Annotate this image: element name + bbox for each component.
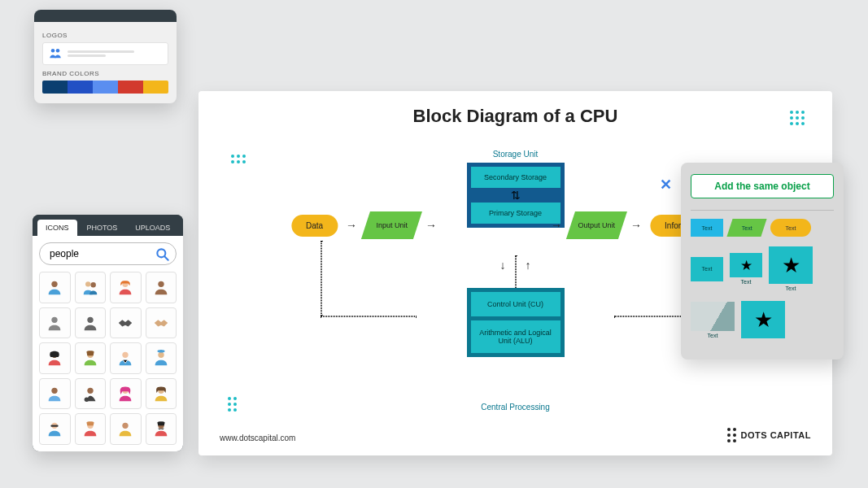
shape-square[interactable]: Text <box>691 257 723 281</box>
brand-heading: BRAND COLORS <box>42 70 168 77</box>
svg-point-15 <box>157 350 164 353</box>
data-block[interactable]: Data <box>291 215 338 237</box>
swatch[interactable] <box>93 81 118 94</box>
dotted-line <box>515 255 517 290</box>
cu-block[interactable]: Control Unit (CU) <box>471 292 560 316</box>
input-block[interactable]: Input Unit <box>361 211 422 239</box>
cpu-label: Central Processing <box>481 403 549 412</box>
svg-line-3 <box>165 257 168 260</box>
shape-pill[interactable]: Text <box>770 219 811 237</box>
people-icon <box>48 46 63 61</box>
inspector-panel: ✕ Add the same object Text Text Text Tex… <box>681 163 844 359</box>
logo-sample[interactable] <box>42 42 168 65</box>
arrow-right-icon: → <box>630 219 642 232</box>
svg-point-16 <box>52 387 58 393</box>
tab-photos[interactable]: PHOTOS <box>79 220 126 236</box>
output-block[interactable]: Output Unit <box>566 211 627 239</box>
svg-point-6 <box>90 282 95 287</box>
star-icon: ★ <box>754 309 773 330</box>
svg-point-1 <box>56 49 60 53</box>
svg-point-17 <box>87 387 93 393</box>
handshake-icon[interactable] <box>146 307 177 339</box>
cpu-group[interactable]: Control Unit (CU) Arithmetic and Logical… <box>467 288 565 357</box>
icon-grid <box>39 272 177 445</box>
person-icon[interactable] <box>75 272 107 303</box>
canvas-title: Block Diagram of a CPU <box>198 106 832 127</box>
storage-label: Storage Unit <box>493 150 539 159</box>
arrow-right-icon: → <box>346 219 357 232</box>
shape-caption: Text <box>786 285 796 291</box>
secondary-block[interactable]: Secondary Storage <box>471 167 560 188</box>
swatch[interactable] <box>143 81 168 94</box>
shape-star-big[interactable]: ★ <box>741 301 785 338</box>
search-input[interactable] <box>48 247 153 260</box>
svg-point-24 <box>123 423 129 429</box>
svg-point-9 <box>52 316 58 322</box>
svg-point-8 <box>158 281 164 287</box>
person-icon[interactable] <box>39 378 71 410</box>
alu-block[interactable]: Arithmetic and Logical Unit (ALU) <box>471 320 560 353</box>
person-icon[interactable] <box>110 342 142 374</box>
person-icon[interactable] <box>110 413 142 445</box>
add-same-button[interactable]: Add the same object <box>691 174 834 198</box>
person-icon[interactable] <box>146 272 177 303</box>
shape-caption: Text <box>708 333 718 338</box>
handshake-icon[interactable] <box>110 307 142 339</box>
star-icon: ★ <box>782 255 800 276</box>
shape-star-square[interactable]: ★ <box>730 253 762 277</box>
decor-dots <box>790 111 805 125</box>
person-icon[interactable] <box>146 413 177 445</box>
shape-star-big[interactable]: ★ <box>769 246 813 284</box>
logos-panel: LOGOS BRAND COLORS <box>34 10 177 103</box>
footer-brand: DOTS CAPITAL <box>727 428 811 442</box>
person-icon[interactable] <box>39 307 71 339</box>
swatch[interactable] <box>42 81 68 94</box>
shape-caption: Text <box>741 279 752 285</box>
assets-panel: ICONS PHOTOS UPLOADS <box>33 215 183 451</box>
divider <box>691 210 834 211</box>
swatch[interactable] <box>118 81 143 94</box>
brand-swatches[interactable] <box>42 81 168 94</box>
svg-point-4 <box>52 281 58 287</box>
swatch[interactable] <box>68 81 93 94</box>
svg-point-13 <box>123 352 129 358</box>
person-icon[interactable] <box>75 342 107 374</box>
star-icon: ★ <box>740 259 752 272</box>
dotted-line <box>321 316 417 317</box>
dotted-line <box>321 241 322 316</box>
footer-url: www.dotscapital.com <box>220 434 295 442</box>
tab-icons[interactable]: ICONS <box>37 220 77 236</box>
person-icon[interactable] <box>146 342 177 374</box>
person-icon[interactable] <box>75 378 107 410</box>
close-icon[interactable]: ✕ <box>660 176 672 194</box>
person-icon[interactable] <box>146 378 177 410</box>
logos-heading: LOGOS <box>42 32 168 39</box>
svg-point-10 <box>87 316 93 322</box>
shape-image[interactable] <box>691 302 735 331</box>
shape-rect[interactable]: Text <box>691 219 723 237</box>
person-icon[interactable] <box>75 413 107 445</box>
person-icon[interactable] <box>39 413 71 445</box>
search-icon[interactable] <box>155 246 171 263</box>
search-input-container <box>39 242 177 265</box>
svg-point-14 <box>158 352 164 358</box>
svg-rect-22 <box>51 425 59 427</box>
tab-uploads[interactable]: UPLOADS <box>127 220 178 236</box>
svg-point-5 <box>85 281 90 286</box>
arrow-right-icon: → <box>551 219 562 232</box>
shape-parallelogram[interactable]: Text <box>726 219 766 237</box>
panel-titlebar <box>34 10 177 22</box>
person-icon[interactable] <box>110 378 142 410</box>
person-icon[interactable] <box>110 272 142 303</box>
person-icon[interactable] <box>39 342 71 374</box>
person-icon[interactable] <box>75 307 107 339</box>
updown-arrow-icon: ⇅ <box>471 190 560 201</box>
flow-row: Data → Input Unit → → Output Unit → Info… <box>291 211 739 239</box>
arrow-right-icon: → <box>425 219 437 232</box>
svg-point-0 <box>51 49 55 53</box>
person-icon[interactable] <box>39 272 71 303</box>
